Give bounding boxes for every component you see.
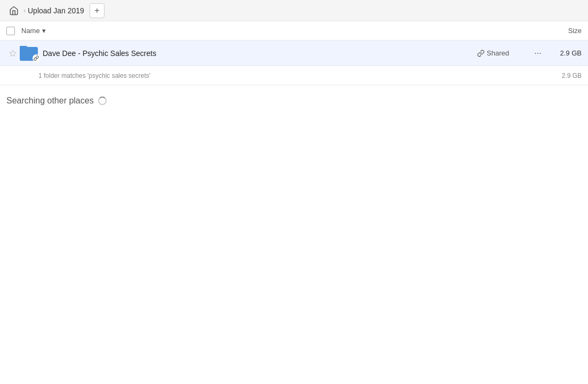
link-badge [33, 54, 40, 62]
file-row[interactable]: Dave Dee - Psychic Sales Secrets Shared … [0, 41, 588, 66]
checkbox-square[interactable] [6, 27, 15, 35]
loading-spinner [98, 97, 107, 105]
match-size: 2.9 GB [562, 72, 582, 79]
svg-marker-0 [10, 50, 16, 56]
breadcrumb-title: Upload Jan 2019 [28, 6, 84, 15]
file-name: Dave Dee - Psychic Sales Secrets [43, 49, 477, 58]
sort-icon: ▾ [42, 27, 46, 35]
more-options-button[interactable]: ··· [530, 46, 545, 61]
top-bar: › Upload Jan 2019 + [0, 0, 588, 21]
breadcrumb-chevron: › [23, 7, 26, 14]
searching-row: Searching other places [0, 85, 588, 111]
shared-label: Shared [487, 49, 509, 57]
match-text: 1 folder matches 'psychic sales secrets' [38, 72, 150, 79]
add-button[interactable]: + [90, 3, 104, 18]
searching-text: Searching other places [6, 96, 94, 106]
star-button[interactable] [6, 50, 19, 57]
select-all-checkbox[interactable] [6, 27, 21, 35]
size-column-header: Size [539, 27, 582, 35]
column-header: Name ▾ Size [0, 21, 588, 41]
shared-area: Shared [477, 49, 530, 57]
match-info-row: 1 folder matches 'psychic sales secrets'… [0, 66, 588, 85]
name-column-header[interactable]: Name ▾ [21, 27, 539, 35]
folder-icon [19, 44, 38, 63]
file-size: 2.9 GB [550, 49, 582, 57]
home-button[interactable] [6, 3, 21, 18]
link-icon [477, 50, 485, 57]
